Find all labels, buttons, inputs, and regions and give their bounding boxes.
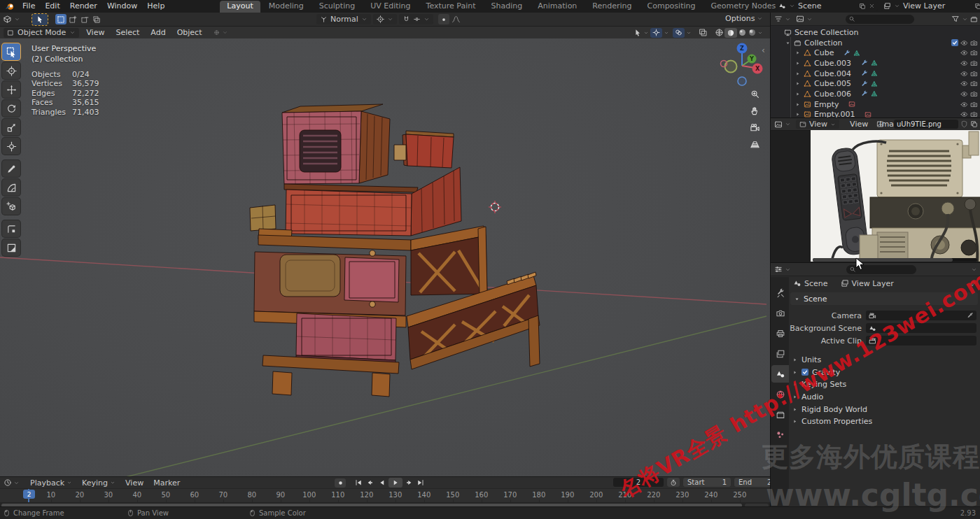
camera-toggle-icon[interactable] bbox=[970, 90, 978, 98]
scene-selector[interactable]: Scene bbox=[776, 1, 878, 11]
eye-toggle-icon[interactable] bbox=[960, 101, 968, 108]
play-reverse-button[interactable] bbox=[377, 478, 388, 488]
viewport-menu-add[interactable]: Add bbox=[145, 28, 171, 37]
shading-solid-button[interactable] bbox=[724, 28, 737, 38]
jump-end-button[interactable] bbox=[415, 478, 426, 488]
image-datablock-icon[interactable] bbox=[876, 120, 884, 128]
zoom-icon[interactable] bbox=[750, 89, 760, 99]
disclosure-icon[interactable] bbox=[794, 111, 801, 118]
camera-toggle-icon[interactable] bbox=[970, 70, 978, 78]
tab-uv-editing[interactable]: UV Editing bbox=[363, 1, 417, 13]
gravity-checkbox[interactable] bbox=[802, 369, 808, 376]
shading-wireframe-icon[interactable] bbox=[715, 28, 724, 37]
outliner-row-scene-collection[interactable]: Scene Collection bbox=[771, 27, 980, 38]
view-layer-selector[interactable]: View Layer bbox=[881, 1, 980, 11]
image-editor-type-icon[interactable] bbox=[774, 120, 783, 129]
use-preview-range-button[interactable] bbox=[667, 478, 680, 487]
image-mode-dropdown[interactable]: View bbox=[796, 120, 839, 129]
pan-hand-icon[interactable] bbox=[750, 106, 760, 116]
tab-texture-paint[interactable]: Texture Paint bbox=[419, 1, 483, 13]
outliner-row-cube-003[interactable]: Cube.003 bbox=[771, 58, 980, 69]
pivot-point-dropdown[interactable] bbox=[373, 14, 397, 24]
outliner-row-cube-005[interactable]: Cube.005 bbox=[771, 78, 980, 89]
gizmos-toggle[interactable] bbox=[650, 28, 662, 38]
tool-add-cube-button[interactable] bbox=[2, 198, 20, 215]
outliner-row-empty-001[interactable]: Empty.001 bbox=[771, 110, 980, 118]
outliner-search-input[interactable] bbox=[846, 15, 914, 24]
select-extend-button[interactable] bbox=[67, 14, 78, 24]
disclosure-icon[interactable] bbox=[794, 101, 801, 108]
selectability-icon[interactable] bbox=[634, 29, 642, 37]
shading-material-icon[interactable] bbox=[738, 28, 747, 37]
pin-icon[interactable] bbox=[969, 280, 976, 287]
options-dropdown[interactable]: Options bbox=[725, 14, 763, 23]
disclosure-icon[interactable] bbox=[794, 80, 801, 87]
model-wireframe[interactable] bbox=[245, 91, 560, 406]
tool-scale-button[interactable] bbox=[2, 119, 20, 136]
tridata-icon[interactable] bbox=[871, 90, 878, 97]
section-keying-sets[interactable]: Keying Sets bbox=[792, 378, 980, 391]
outliner-label[interactable]: Cube.004 bbox=[814, 69, 851, 78]
outliner-label[interactable]: Cube.005 bbox=[814, 79, 851, 88]
image-name-field[interactable]: uUh9TIE.png bbox=[894, 120, 958, 129]
image-editor-scrollbar[interactable] bbox=[813, 258, 977, 262]
tab-compositing[interactable]: Compositing bbox=[640, 1, 703, 13]
disclosure-icon[interactable] bbox=[792, 369, 798, 376]
timeline-menu-playback[interactable]: Playback bbox=[25, 478, 77, 488]
blender-logo-icon[interactable] bbox=[4, 1, 15, 12]
properties-tab-view-layer[interactable] bbox=[771, 345, 789, 362]
image-red-icon[interactable] bbox=[864, 111, 872, 118]
eye-toggle-icon[interactable] bbox=[960, 111, 968, 118]
transform-link-icon[interactable] bbox=[213, 29, 220, 36]
overlays-toggle[interactable] bbox=[673, 28, 685, 38]
outliner-row-cube[interactable]: Cube bbox=[771, 48, 980, 58]
current-frame-badge[interactable]: 2 bbox=[23, 490, 35, 499]
properties-tab-output[interactable] bbox=[771, 325, 789, 342]
image-menu-view[interactable]: View bbox=[844, 120, 874, 129]
mode-dropdown[interactable]: Object Mode bbox=[4, 28, 79, 38]
outliner-label[interactable]: Empty bbox=[814, 100, 839, 109]
outliner-label[interactable]: Scene Collection bbox=[794, 28, 858, 37]
eye-toggle-icon[interactable] bbox=[960, 39, 968, 47]
tridata-icon[interactable] bbox=[871, 70, 878, 77]
wrench-icon[interactable] bbox=[861, 70, 868, 77]
eye-toggle-icon[interactable] bbox=[960, 80, 968, 87]
menu-file[interactable]: File bbox=[18, 0, 40, 13]
breadcrumb-view-layer[interactable]: View Layer bbox=[852, 279, 894, 288]
snapping-controls[interactable] bbox=[399, 14, 433, 24]
disclosure-icon[interactable] bbox=[792, 394, 798, 400]
disclosure-icon[interactable] bbox=[794, 71, 801, 77]
tridata-icon[interactable] bbox=[871, 80, 878, 87]
properties-tab-tool[interactable] bbox=[771, 284, 789, 301]
section-gravity[interactable]: Gravity bbox=[792, 367, 980, 379]
properties-tab-world[interactable] bbox=[771, 385, 789, 403]
tridata-icon[interactable] bbox=[871, 59, 878, 66]
camera-toggle-icon[interactable] bbox=[970, 111, 978, 118]
eye-toggle-icon[interactable] bbox=[960, 70, 968, 78]
timeline-ruler[interactable]: 2 10203040506070809010011012013014015016… bbox=[0, 488, 770, 502]
tool-move-button[interactable] bbox=[2, 81, 20, 98]
current-frame-field[interactable]: 2 bbox=[613, 478, 664, 487]
tool-measure-button[interactable] bbox=[2, 179, 20, 196]
wrench-icon[interactable] bbox=[861, 59, 868, 66]
play-button[interactable] bbox=[388, 478, 402, 488]
new-collection-icon[interactable] bbox=[970, 15, 978, 23]
eyedropper-icon[interactable] bbox=[967, 312, 974, 319]
outliner-label[interactable]: Empty.001 bbox=[814, 110, 855, 118]
image-red-icon[interactable] bbox=[848, 101, 855, 108]
camera-field[interactable] bbox=[866, 311, 976, 320]
disclosure-icon[interactable] bbox=[792, 357, 798, 363]
camera-toggle-icon[interactable] bbox=[970, 39, 978, 47]
properties-tab-collection[interactable] bbox=[771, 406, 789, 423]
tab-modeling[interactable]: Modeling bbox=[262, 1, 311, 13]
menu-render[interactable]: Render bbox=[65, 0, 102, 13]
section-custom-properties[interactable]: Custom Properties bbox=[792, 415, 980, 428]
properties-tab-scene[interactable] bbox=[771, 365, 789, 383]
tool-transform-button[interactable] bbox=[2, 138, 20, 155]
outliner-label[interactable]: Cube.003 bbox=[814, 59, 851, 68]
timeline-menu-marker[interactable]: Marker bbox=[148, 478, 185, 488]
viewport-menu-view[interactable]: View bbox=[80, 28, 110, 37]
menu-edit[interactable]: Edit bbox=[40, 0, 64, 13]
select-subtract-button[interactable] bbox=[79, 14, 90, 24]
new-view-layer-icon[interactable] bbox=[974, 3, 980, 10]
